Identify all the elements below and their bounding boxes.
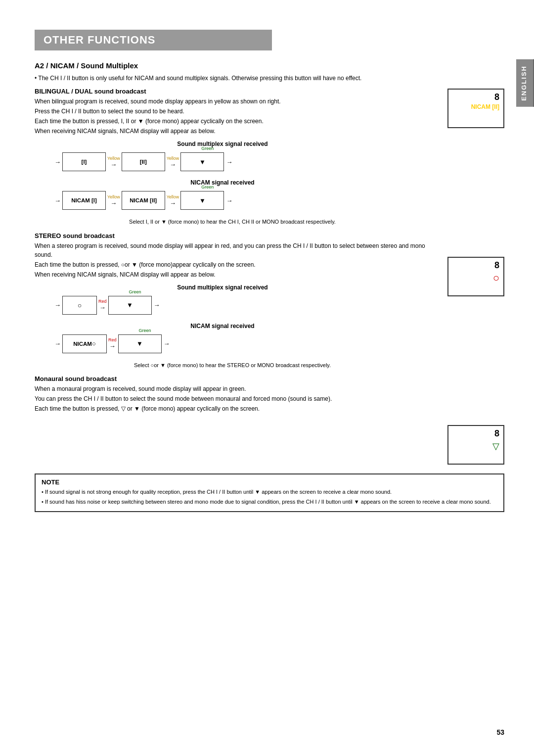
diagram3-section: Sound multiplex signal received → ○ Red … bbox=[35, 284, 430, 315]
flow-arrow-4: Yellow → bbox=[167, 194, 179, 207]
bilingual-title: BILINGUAL / DUAL sound broadcast bbox=[35, 88, 430, 95]
select-caption-1: Select I, II or ▼ (force mono) to hear t… bbox=[35, 218, 430, 226]
mono-icon: ▽ bbox=[492, 441, 499, 452]
diagram4-flow: → NICAM○ Red → Green ▼ → bbox=[54, 334, 430, 353]
note-text-2: • If sound has hiss noise or keep switch… bbox=[42, 498, 497, 507]
diagram1-flow: → [I] Yellow → [II] Yellow → bbox=[54, 152, 430, 171]
arrow-initial-3: → bbox=[54, 301, 61, 309]
bilingual-text-1: When bilingual program is received, soun… bbox=[35, 97, 430, 106]
diagram1-box2: [II] bbox=[122, 152, 165, 171]
section-title: OTHER FUNCTIONS bbox=[35, 30, 272, 50]
note-title: NOTE bbox=[42, 478, 497, 486]
diagram1-box1: [I] bbox=[62, 152, 106, 171]
diagram2-section: NICAM signal received → NICAM [I] Yellow… bbox=[35, 179, 430, 210]
stereo-text-3: When receiving NICAM signals, NICAM disp… bbox=[35, 270, 430, 279]
bilingual-text-2: Press the CH I / II button to select the… bbox=[35, 107, 430, 116]
diagram4-box1: NICAM○ bbox=[62, 334, 107, 353]
diagram2-box2: NICAM [II] bbox=[122, 191, 165, 210]
stereo-text-1: When a stereo program is received, sound… bbox=[35, 241, 430, 259]
diagram3-box2: Green ▼ bbox=[108, 296, 152, 315]
diagram4-title: NICAM signal received bbox=[15, 323, 430, 330]
flow-arrow-5: Red → bbox=[98, 299, 107, 311]
tv-display-2: 8 ○ bbox=[447, 257, 504, 296]
diagram3-box1: ○ bbox=[62, 296, 97, 315]
bilingual-text-3: Each time the button is pressed, I, II o… bbox=[35, 117, 430, 126]
subsection-title: A2 / NICAM / Sound Multiplex bbox=[35, 61, 504, 70]
diagram2-title: NICAM signal received bbox=[15, 179, 430, 186]
monaural-text-3: Each time the button is pressed, ▽ or ▼ … bbox=[35, 404, 430, 413]
stereo-icon: ○ bbox=[493, 272, 499, 284]
intro-bullet: • The CH I / II button is only useful fo… bbox=[35, 74, 430, 83]
tv-display-1: 8 NICAM [II] bbox=[447, 89, 504, 128]
bilingual-text-4: When receiving NICAM signals, NICAM disp… bbox=[35, 127, 430, 136]
note-box: NOTE • If sound signal is not strong eno… bbox=[35, 473, 504, 512]
diagram4-box2: Green ▼ bbox=[118, 334, 162, 353]
diagram3-title: Sound multiplex signal received bbox=[15, 284, 430, 291]
flow-arrow-6: Red → bbox=[108, 337, 117, 350]
monaural-text-1: When a monaural program is received, sou… bbox=[35, 384, 430, 393]
page-number: 53 bbox=[496, 728, 504, 736]
tv-display-text-1: NICAM [II] bbox=[471, 103, 499, 110]
ch-num-2: 8 bbox=[494, 261, 499, 270]
arrow-initial-2: → bbox=[54, 197, 61, 204]
monaural-text-2: You can press the CH I / II button to se… bbox=[35, 394, 430, 403]
note-text-1: • If sound signal is not strong enough f… bbox=[42, 488, 497, 497]
monaural-title: Monaural sound broadcast bbox=[35, 375, 430, 382]
stereo-title: STEREO sound broadcast bbox=[35, 232, 430, 239]
diagram3-flow: → ○ Red → Green ▼ → bbox=[54, 296, 430, 315]
english-tab: ENGLISH bbox=[516, 59, 534, 107]
diagram1-title: Sound multiplex signal received bbox=[15, 141, 430, 147]
stereo-text-2: Each time the button is pressed, ○or ▼ (… bbox=[35, 260, 430, 269]
tv-display-3: 8 ▽ bbox=[447, 425, 504, 465]
select-caption-2: Select ○or ▼ (force mono) to hear the ST… bbox=[35, 361, 430, 370]
diagram2-box1: NICAM [I] bbox=[62, 191, 106, 210]
arrow-initial-4: → bbox=[54, 340, 61, 347]
diagram1-box3: Green ▼ bbox=[180, 152, 224, 171]
flow-arrow-2: Yellow → bbox=[167, 156, 179, 168]
flow-arrow-3: Yellow → bbox=[107, 194, 120, 207]
right-column: 8 NICAM [II] 8 ○ 8 ▽ bbox=[440, 74, 504, 465]
diagram4-section: NICAM signal received → NICAM○ Red → Gre… bbox=[35, 323, 430, 353]
diagram2-flow: → NICAM [I] Yellow → NICAM [II] Yellow → bbox=[54, 191, 430, 210]
arrow-initial-1: → bbox=[54, 158, 61, 166]
flow-arrow-1: Yellow → bbox=[107, 156, 120, 168]
diagram2-box3: Green ▼ bbox=[180, 191, 224, 210]
ch-num-1: 8 bbox=[494, 93, 499, 101]
ch-num-3: 8 bbox=[494, 429, 499, 438]
diagram1-section: Sound multiplex signal received → [I] Ye… bbox=[35, 141, 430, 171]
